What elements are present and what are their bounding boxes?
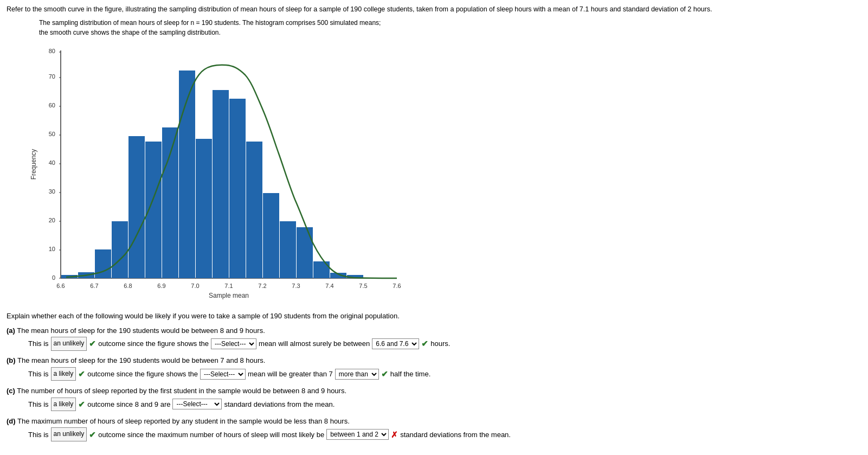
part-c-label: (c) [7, 387, 15, 395]
svg-text:6.8: 6.8 [124, 283, 132, 289]
svg-text:7.5: 7.5 [359, 283, 367, 289]
part-c-answer: This is a likely ✔ outcome since 8 and 9… [28, 397, 861, 412]
svg-text:7.6: 7.6 [393, 283, 401, 289]
part-a-select1[interactable]: ---Select--- sample population [211, 338, 256, 349]
part-b-select2-check: ✔ [381, 367, 388, 381]
bar-7.15 [229, 99, 246, 278]
part-d: (d) The maximum number of hours of sleep… [7, 416, 861, 442]
part-a-answer: This is an unlikely ✔ outcome since the … [28, 336, 861, 351]
part-a: (a) The mean hours of sleep for the 190 … [7, 325, 861, 351]
part-c-check: ✔ [78, 397, 85, 412]
part-c-prefix: This is [28, 398, 49, 411]
explain-section: Explain whether each of the following wo… [7, 311, 861, 442]
part-d-box: an unlikely [51, 427, 87, 441]
bar-7.05 [196, 139, 212, 278]
part-c-box: a likely [51, 398, 76, 412]
svg-text:60: 60 [49, 102, 55, 108]
bar-7.35 [297, 227, 313, 278]
part-d-check: ✔ [89, 427, 96, 442]
part-b-box: a likely [51, 367, 76, 381]
bar-6.9a [145, 142, 162, 278]
part-b-text: The mean hours of sleep for the 190 stud… [17, 356, 265, 364]
part-d-prefix: This is [28, 428, 49, 441]
svg-text:10: 10 [49, 246, 55, 252]
part-d-question: (d) The maximum number of hours of sleep… [7, 416, 861, 427]
svg-text:7.1: 7.1 [224, 283, 233, 289]
part-c-question: (c) The number of hours of sleep reporte… [7, 386, 861, 397]
part-b-select2[interactable]: more than less than about [335, 369, 379, 380]
chart-container: 0 10 20 30 40 50 60 70 80 Frequency 6.6 … [28, 40, 408, 305]
svg-text:30: 30 [49, 188, 55, 195]
part-a-text: The mean hours of sleep for the 190 stud… [17, 326, 265, 335]
part-a-prefix: This is [28, 337, 49, 350]
bar-6.7 [95, 249, 111, 278]
svg-text:70: 70 [49, 73, 55, 80]
caption-line1: The sampling distribution of mean hours … [39, 18, 861, 28]
part-b: (b) The mean hours of sleep for the 190 … [7, 355, 861, 381]
bar-7.3a [280, 221, 296, 278]
caption-line2: the smooth curve shows the shape of the … [39, 28, 861, 37]
bar-7.25 [263, 193, 279, 278]
header-text: Refer to the smooth curve in the figure,… [7, 4, 861, 15]
part-a-box: an unlikely [51, 337, 87, 351]
part-a-select2-check: ✔ [421, 336, 428, 351]
svg-text:Sample mean: Sample mean [209, 292, 249, 299]
svg-text:7.0: 7.0 [191, 283, 199, 289]
svg-text:40: 40 [49, 159, 55, 166]
part-a-label: (a) [7, 326, 15, 335]
part-b-prefix: This is [28, 368, 49, 380]
part-d-select1[interactable]: between 1 and 2 less than 1 more than 2 [326, 429, 389, 440]
part-c-text1: outcome since 8 and 9 are [87, 398, 170, 411]
part-d-text2: standard deviations from the mean. [400, 428, 511, 441]
bar-7.4 [313, 261, 330, 278]
bar-7.1a [213, 90, 229, 278]
part-b-text3: half the time. [390, 368, 430, 380]
part-d-select1-check: ✗ [391, 427, 398, 442]
svg-text:0: 0 [52, 274, 55, 281]
svg-text:Frequency: Frequency [30, 149, 37, 180]
bar-7.2a [246, 142, 262, 278]
part-a-select2[interactable]: 6.6 and 7.6 7.0 and 7.2 6.8 and 7.4 [372, 338, 419, 349]
part-a-check: ✔ [89, 336, 96, 351]
bar-6.95 [162, 127, 178, 278]
part-d-label: (d) [7, 417, 16, 425]
explain-prompt: Explain whether each of the following wo… [7, 311, 861, 322]
part-d-text1: outcome since the maximum number of hour… [98, 428, 324, 441]
part-a-text1: outcome since the figure shows the [98, 337, 209, 350]
bar-6.85 [128, 136, 145, 278]
part-b-answer: This is a likely ✔ outcome since the fig… [28, 367, 861, 381]
svg-text:20: 20 [49, 217, 55, 223]
part-b-select1[interactable]: ---Select--- sample population [200, 369, 246, 380]
part-c-select1[interactable]: ---Select--- within 1 within 2 more than… [172, 399, 222, 409]
part-b-text2: mean will be greater than 7 [248, 368, 333, 380]
part-b-question: (b) The mean hours of sleep for the 190 … [7, 355, 861, 367]
part-d-answer: This is an unlikely ✔ outcome since the … [28, 427, 861, 442]
part-c: (c) The number of hours of sleep reporte… [7, 386, 861, 412]
svg-text:7.4: 7.4 [325, 283, 333, 289]
chart-caption: The sampling distribution of mean hours … [39, 18, 861, 37]
svg-text:7.3: 7.3 [292, 283, 300, 289]
svg-text:80: 80 [49, 48, 55, 54]
svg-text:6.9: 6.9 [157, 283, 165, 289]
part-d-text: The maximum number of hours of sleep rep… [17, 417, 350, 425]
part-a-text2: mean will almost surely be between [259, 337, 370, 350]
part-a-text3: hours. [430, 337, 450, 350]
svg-text:6.7: 6.7 [90, 283, 98, 289]
part-b-label: (b) [7, 356, 16, 364]
part-c-text2: standard deviations from the mean. [224, 398, 335, 411]
svg-text:6.6: 6.6 [56, 283, 65, 289]
part-a-question: (a) The mean hours of sleep for the 190 … [7, 325, 861, 337]
bar-6.8 [112, 221, 128, 278]
part-b-check: ✔ [78, 367, 85, 381]
histogram-chart: 0 10 20 30 40 50 60 70 80 Frequency 6.6 … [28, 40, 408, 305]
part-c-text: The number of hours of sleep reported by… [17, 387, 346, 395]
svg-text:7.2: 7.2 [258, 283, 266, 289]
svg-text:50: 50 [49, 131, 55, 137]
part-b-text1: outcome since the figure shows the [87, 368, 198, 380]
